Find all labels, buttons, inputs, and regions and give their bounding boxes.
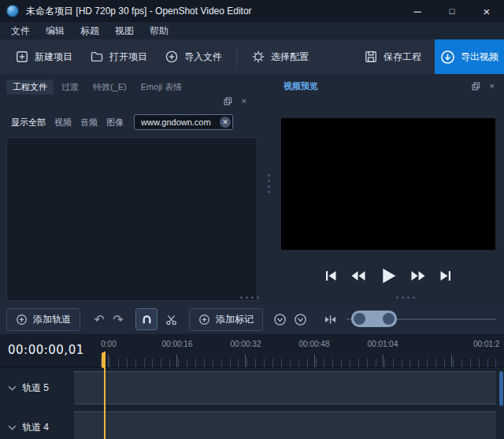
panel-close-icon: × [242,97,246,105]
dock-tabs: 工程文件 过渡 特效(_E) Emoji 表情 [5,79,261,95]
ruler-label: 00:00:48 [299,340,330,348]
track-row: 轨道 4 [0,411,504,439]
next-marker-button[interactable] [290,309,310,329]
new-project-label: 新建项目 [35,50,72,64]
timeline-ruler: 00:00:00,01 0:00 00:00:16 00:00:32 00:00… [0,334,504,367]
redo-button[interactable]: ↷ [109,309,128,329]
menu-bar: 文件 编辑 标题 视图 帮助 [0,22,504,39]
close-panel-button[interactable]: × [242,97,246,105]
play-button[interactable] [379,266,398,285]
tab-transitions[interactable]: 过渡 [55,80,85,95]
tracks-scrollbar[interactable] [499,371,503,406]
snapping-toggle-button[interactable] [135,308,158,330]
menu-edit[interactable]: 编辑 [38,22,72,39]
filter-image[interactable]: 图像 [106,117,124,128]
choose-profile-button[interactable]: 选择配置 [243,43,317,70]
close-icon: × [484,5,491,18]
app-logo-icon [6,5,19,17]
preview-close-icon: × [490,82,495,90]
maximize-icon: □ [450,6,455,16]
undo-icon: ↶ [94,312,104,327]
zoom-handle-left[interactable] [354,313,365,325]
chevron-down-icon [8,425,17,430]
jump-to-end-button[interactable] [439,269,453,283]
open-project-button[interactable]: 打开项目 [81,43,156,70]
maximize-button[interactable]: □ [435,0,469,22]
title-bar: 未命名项目 [HD 720p 30 fps] - OpenShot Video … [0,0,504,22]
horizontal-splitter-handle[interactable] [392,295,419,299]
filter-audio[interactable]: 音频 [80,117,98,128]
tab-effects[interactable]: 特效(_E) [87,80,133,95]
clear-search-icon: ✕ [222,118,228,126]
save-project-button[interactable]: 保存工程 [355,43,430,70]
timeline-tracks: 轨道 5 轨道 4 [0,367,504,439]
export-video-button[interactable]: 导出视频 [435,39,504,74]
new-project-button[interactable]: 新建项目 [6,43,81,70]
minimize-icon: ─ [413,6,421,17]
clear-search-button[interactable]: ✕ [220,117,231,128]
zoom-slider-range[interactable] [351,311,397,327]
playhead-marker[interactable] [102,352,106,368]
undo-button[interactable]: ↶ [90,309,109,329]
ruler-label: 00:00:16 [162,340,193,348]
zoom-handle-right[interactable] [383,313,395,325]
scissors-icon [165,314,177,326]
track-label: 轨道 5 [22,381,49,395]
menu-file[interactable]: 文件 [3,22,38,39]
project-files-panel: 工程文件 过渡 特效(_E) Emoji 表情 × 显示全部 视频 音频 图像 … [5,79,261,303]
ruler-label: 00:00:32 [231,340,261,348]
magnet-icon [141,314,153,326]
ruler-label: 00:01:04 [368,340,398,348]
video-preview-screen [281,118,495,250]
openshot-window: 未命名项目 [HD 720p 30 fps] - OpenShot Video … [0,0,504,439]
minimize-button[interactable]: ─ [400,0,435,22]
playback-controls [277,262,499,290]
export-download-icon [440,50,455,65]
media-filter-row: 显示全部 视频 音频 图像 ✕ [5,112,261,132]
import-files-label: 导入文件 [184,50,222,64]
razor-tool-button[interactable] [161,309,181,329]
add-marker-button[interactable]: 添加标记 [189,308,263,331]
center-arrows-icon [324,314,337,326]
save-disk-icon [364,50,378,64]
menu-view[interactable]: 视图 [107,22,142,39]
arrow-down-circle-icon [273,313,287,326]
tab-project-files[interactable]: 工程文件 [6,80,54,95]
track-header[interactable]: 轨道 4 [0,411,82,439]
video-preview-panel: 视频预览 × [277,79,499,303]
filter-video[interactable]: 视频 [54,117,72,128]
search-input[interactable] [134,114,233,130]
ruler-strip[interactable]: 0:00 00:00:16 00:00:32 00:00:48 00:01:04… [101,334,504,367]
previous-marker-button[interactable] [269,309,290,329]
fast-forward-button[interactable] [410,269,426,283]
add-marker-icon [198,314,210,326]
track-lane[interactable] [74,411,496,439]
filter-show-all[interactable]: 显示全部 [11,117,46,128]
float-preview-button[interactable] [472,82,480,91]
jump-to-start-button[interactable] [324,269,338,283]
save-project-label: 保存工程 [384,50,421,64]
main-toolbar: 新建项目 打开项目 导入文件 选择配置 保存工程 [0,39,504,74]
add-track-icon [16,314,28,326]
menu-title[interactable]: 标题 [72,22,107,39]
vertical-splitter-handle[interactable] [266,170,271,197]
horizontal-splitter-handle[interactable] [236,295,263,299]
track-lane[interactable] [74,371,496,404]
profile-gear-icon [251,50,265,64]
track-header[interactable]: 轨道 5 [0,371,82,404]
redo-icon: ↷ [113,312,123,327]
rewind-button[interactable] [350,269,366,283]
arrow-down-circle-icon [294,313,307,326]
close-button[interactable]: × [469,0,504,22]
center-on-playhead-button[interactable] [320,309,340,329]
import-files-button[interactable]: 导入文件 [156,43,231,70]
add-track-label: 添加轨道 [33,313,71,326]
float-panel-button[interactable] [224,97,232,106]
add-track-button[interactable]: 添加轨道 [6,308,80,331]
menu-help[interactable]: 帮助 [142,22,176,39]
ruler-label: 00:01:2 [473,340,499,348]
timeline-toolbar: 添加轨道 ↶ ↷ 添加标记 [0,304,504,334]
tab-emoji[interactable]: Emoji 表情 [135,80,189,95]
project-files-list[interactable] [6,137,258,301]
close-preview-button[interactable]: × [490,82,495,90]
